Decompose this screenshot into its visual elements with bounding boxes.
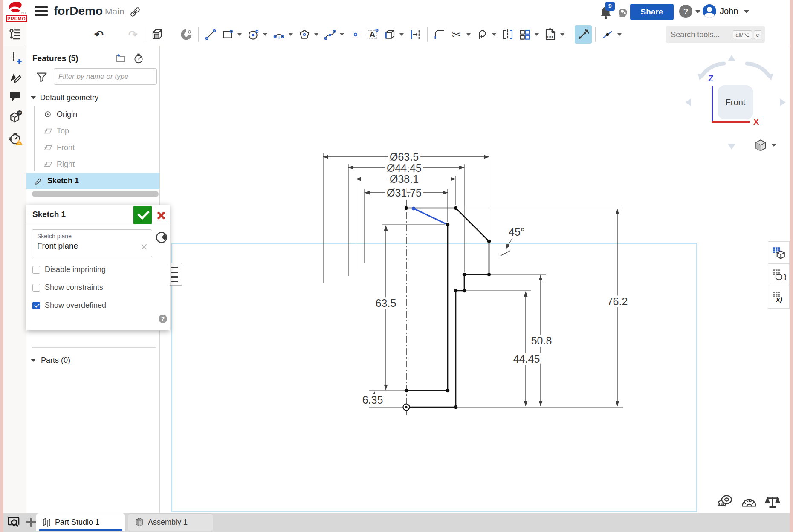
dim-base[interactable]: 6.35 [362,394,383,406]
undo-button[interactable]: ↶ [90,25,107,44]
filter-input[interactable] [54,68,157,85]
performance-warning-icon[interactable]: ! [9,131,22,145]
dim-dia-44-45[interactable]: Ø44.45 [387,162,422,174]
selected-vertex[interactable] [412,207,416,211]
workspace-name[interactable]: Main [105,6,124,17]
user-menu-caret-icon[interactable] [744,10,749,13]
dim-bore-depth[interactable]: 63.5 [376,297,396,309]
dimension-tool-button[interactable] [575,25,592,44]
insert-dxf-tool-button[interactable]: DXF [542,25,559,44]
model-tree-tab[interactable] [3,23,26,46]
insert-feature-icon[interactable] [9,51,22,65]
rotate-up-arrow[interactable] [728,55,735,61]
circle-tool-caret-icon[interactable] [262,25,269,44]
clear-selection-icon[interactable] [141,243,148,250]
dialog-help-icon[interactable]: ? [159,315,167,323]
graphics-canvas[interactable]: Ø63.5 Ø44.45 Ø38.1 Ø31.75 63.5 76.2 50.8… [160,46,790,513]
polygon-tool-button[interactable] [296,25,313,44]
tree-item-right-plane[interactable]: Right [26,156,159,173]
final-state-clock-icon[interactable] [155,231,168,246]
search-tools-box[interactable]: alt/⌥ c [666,26,765,43]
use-project-tool-button[interactable] [381,25,398,44]
rotate-left-arrow[interactable] [685,98,691,106]
transform-tool-button[interactable] [474,25,491,44]
edit-appearance-icon[interactable] [9,71,22,84]
checkbox-show-constraints[interactable]: Show constraints [32,283,103,292]
origin-point[interactable] [403,404,410,411]
checkbox-checked-icon[interactable] [32,302,40,309]
revolve-tool-button[interactable] [178,25,195,44]
share-button[interactable]: Share [630,4,674,20]
insert-dxf-caret-icon[interactable] [559,25,566,44]
cancel-button[interactable] [156,210,167,221]
configured-features-button[interactable]: } [768,264,789,286]
versions-stopwatch-icon[interactable] [133,53,144,64]
comment-icon[interactable] [9,90,22,104]
tab-assembly[interactable]: Assembly 1 [128,513,213,531]
user-avatar[interactable] [703,4,716,18]
view-cube-front-face[interactable]: Front [718,85,753,119]
tree-item-top-plane[interactable]: Top [26,123,159,139]
configurations-button[interactable] [768,242,789,264]
link-icon[interactable] [129,6,141,20]
constraint-tool-caret-icon[interactable] [616,25,623,44]
transform-tool-caret-icon[interactable] [491,25,498,44]
filter-funnel-icon[interactable] [35,71,48,85]
accept-button[interactable] [133,206,152,224]
spline-tool-button[interactable] [321,25,339,44]
use-tool-caret-icon[interactable] [398,25,405,44]
circle-tool-button[interactable] [245,25,262,44]
dimension-lines[interactable] [323,157,617,406]
dim-angle[interactable]: 45° [509,226,525,238]
group-collapse-caret-icon[interactable] [31,96,36,99]
parts-collapse-caret-icon[interactable] [31,359,36,362]
extrude-tool-button[interactable] [149,25,166,44]
dim-dia-38-1[interactable]: Ø38.1 [390,173,419,185]
redo-button[interactable]: ↷ [124,25,142,44]
tree-item-origin[interactable]: Origin [26,106,159,123]
tab-part-studio[interactable]: Part Studio 1 [36,513,125,531]
horizontal-scrollbar[interactable] [32,191,159,197]
polygon-tool-caret-icon[interactable] [313,25,320,44]
rectangle-tool-caret-icon[interactable] [236,25,243,44]
view-mode-caret-icon[interactable] [771,144,776,147]
new-folder-icon[interactable] [115,53,126,64]
trim-tool-button[interactable]: ✂ [448,25,465,44]
dim-step1[interactable]: 50.8 [531,335,552,347]
pattern-tool-caret-icon[interactable] [533,25,540,44]
document-title[interactable]: forDemo [54,4,103,18]
constraint-tool-button[interactable] [599,25,616,44]
help-icon[interactable]: ? [679,5,692,18]
dim-dia-63-5[interactable]: Ø63.5 [390,151,419,163]
mirror-tool-button[interactable] [499,25,516,44]
dim-overall-height[interactable]: 76.2 [607,295,628,307]
tree-item-sketch-1[interactable]: Sketch 1 [26,173,159,189]
collapsed-panel-handle[interactable] [169,263,182,286]
trim-tool-caret-icon[interactable] [465,25,472,44]
sketch-plane-field[interactable]: Sketch plane Front plane [32,229,152,257]
part-help-icon[interactable]: ? [9,110,22,124]
dim-dia-31-75[interactable]: Ø31.75 [387,187,422,199]
assistant-head-gears-icon[interactable] [616,6,629,20]
protractor-icon[interactable] [741,494,758,509]
selected-sketch-line[interactable] [414,208,448,225]
arc-tool-button[interactable]: + [270,25,287,44]
arc-tool-caret-icon[interactable] [287,25,294,44]
rotate-down-arrow[interactable] [728,144,735,150]
tab-manager-icon[interactable] [6,515,20,529]
checkbox-icon[interactable] [32,266,40,274]
offset-tool-button[interactable] [407,25,424,44]
line-tool-button[interactable] [202,25,219,44]
help-caret-icon[interactable] [695,10,700,13]
rectangle-tool-button[interactable] [219,25,236,44]
search-tools-input[interactable] [671,30,731,39]
checkbox-icon[interactable] [32,284,40,292]
point-tool-button[interactable] [347,25,364,44]
profile-lines[interactable] [406,208,489,407]
checkbox-show-overdefined[interactable]: Show overdefined [32,301,106,310]
mass-properties-icon[interactable] [765,494,782,509]
view-mode-cube-icon[interactable] [753,139,768,152]
rotate-right-arrow[interactable] [780,98,786,106]
premo-logo[interactable]: 60 PREMO [5,0,28,23]
tape-measure-icon[interactable] [716,494,733,509]
